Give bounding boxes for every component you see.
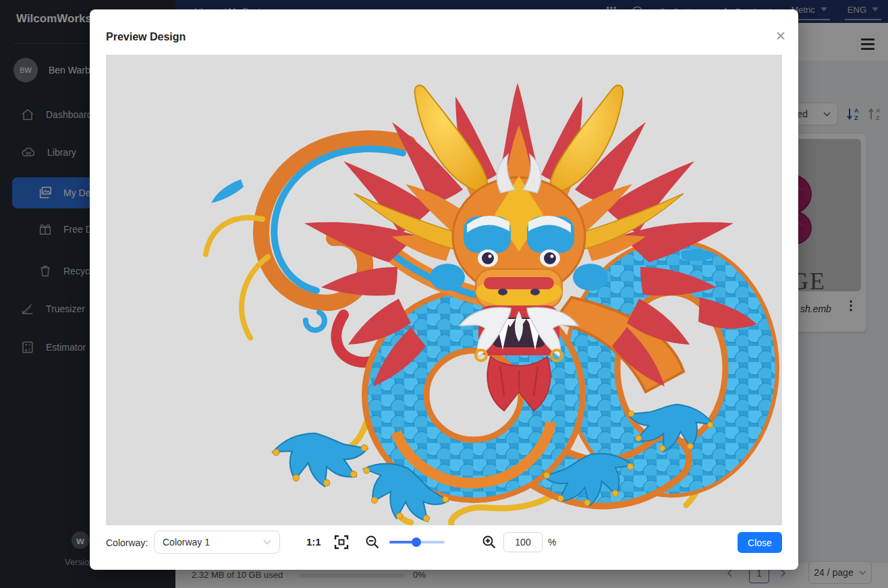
modal-title: Preview Design xyxy=(106,31,186,43)
close-button[interactable]: Close xyxy=(738,532,782,553)
percent-sign: % xyxy=(548,537,556,548)
chevron-down-icon xyxy=(263,539,271,545)
close-icon[interactable]: ✕ xyxy=(775,30,786,42)
design-preview-canvas xyxy=(106,55,782,525)
zoom-slider[interactable] xyxy=(389,531,445,554)
fit-to-screen-icon[interactable] xyxy=(333,534,350,550)
zoom-in-icon[interactable] xyxy=(482,535,497,550)
colorway-dropdown[interactable]: Colorway 1 xyxy=(154,531,280,554)
zoom-slider-thumb[interactable] xyxy=(412,537,421,547)
dragon-embroidery-graphic xyxy=(106,55,782,525)
app-screen: Library / My Designs ? Settings xyxy=(0,0,888,588)
zoom-percent-input[interactable] xyxy=(503,532,543,552)
colorway-value: Colorway 1 xyxy=(163,537,210,548)
colorway-label: Colorway: xyxy=(106,537,148,548)
actual-size-button[interactable]: 1:1 xyxy=(306,536,321,548)
preview-toolbar: Colorway: Colorway 1 1:1 xyxy=(106,523,782,562)
zoom-out-icon[interactable] xyxy=(365,535,380,550)
preview-design-modal: Preview Design ✕ xyxy=(90,9,798,570)
